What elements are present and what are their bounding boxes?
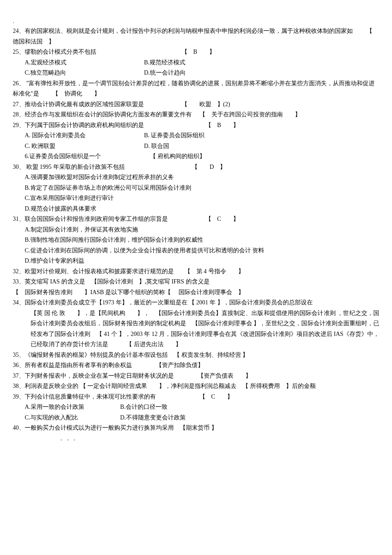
q35: 35、《编报财务报表的框架》特别提及的会计基本假设包括 【 权责发生制、持续经营… [13,350,379,361]
q30-d: D.规范会计披露的具体要求 [25,204,379,214]
q31-d: D.维护会计专家的利益 [25,256,379,266]
q29-row2: C. 欧洲联盟 D. 联合国 [25,141,379,152]
q25-c: C.独立范畴趋向 [25,68,144,78]
q29-b: B. 证券委员会国际组织 [144,130,205,141]
q32-ans: 第 4 号指令 [196,268,226,275]
q31-text: 31、联合国国际会计和报告准则政府间专家工作组的宗旨是 [13,216,168,222]
q25-text: 25、缪勒的会计模式分类不包括 [13,49,96,55]
q39-row2: C.与实现的收入配比 D.不得随意变更会计政策 [25,413,379,423]
q27-tail: (2) [223,101,230,107]
q39-row1: A.采用一致的会计政策 B.会计的口径一致 [25,402,379,413]
q27-text: 27、推动会计协调化最有成效的区域性国家联盟是 [13,101,144,107]
q25-b: B.规范经济模式 [144,58,185,68]
q25-d: D.统一会计趋向 [144,68,186,78]
q30-a: A.强调要加强欧盟对国际会计准则制定过程所承担的义务 [25,172,379,183]
q27: 27、推动会计协调化最有成效的区域性国家联盟是 【 欧盟 】(2) [13,99,379,110]
q39: 39、下列会计信息质量特征中，未体现可比性要求的有 【 C 】 [13,392,379,402]
q25-ans: B [193,49,197,55]
q29-row1: A. 国际会计准则委员会 B. 证券委员会国际组织 [25,130,379,141]
q30-ans: D [210,164,214,170]
q39-a: A.采用一致的会计政策 [25,402,120,413]
q30-b: B.肯定了在国际证券市场上市的欧洲公司可以采用国际会计准则 [25,183,379,194]
q33-p1: 33、英文缩写 IAS 的含义是 【国际会计准则 】,英文缩写 IFRS 的含义… [13,277,379,287]
q34-p1: 34、国际会计准则委员会成立于【1973 年】，最近的一次重组是在 【 2001… [13,298,379,308]
q32: 32、欧盟对计价规则、会计报表格式和披露要求进行规范的是 【 第 4 号指令 】 [13,266,379,277]
q39-text: 39、下列会计信息质量特征中，未体现可比性要求的有 [13,393,156,400]
q31-b: B.强制性地在国际间推行国际会计准则，维护国际会计准则的权威性 [25,235,379,246]
q24: 24、有的国家税法、税则就是会计规则，会计报告中列示的利润与纳税申报表中申报的利… [13,26,379,47]
q29-sub-text: 6.证券委员会国际组织是一个 [25,153,101,159]
q39-ans: C [211,393,215,400]
q31-ans: C [217,216,221,222]
q30-c: C.宣布采用国际审计准则进行审计 [25,193,379,204]
bottom-dots: . . . [61,434,379,444]
q29: 29、下列属于国际会计协调的政府机构间组织的是 【 B 】 [13,120,379,131]
q25-row2: C.独立范畴趋向 D.统一会计趋向 [25,68,379,78]
q26-ans: 协调化 [64,90,82,97]
q39-d: D.不得随意变更会计政策 [120,413,186,423]
q28: 28、经济合作与发展组织在会计的国际协调化方面发布的重要文件有 【 关于在跨国公… [13,110,379,120]
q30: 30、 欧盟 1995 年采取的新会计政策不包括 【 D 】 [13,162,379,173]
q29-d: D. 联合国 [144,141,169,152]
q29-c: C. 欧洲联盟 [25,141,144,152]
q34-p2: 【英 国 伦 敦 】，是【民间机构 】， 【国际会计准则委员会】直接制定、出版和… [31,308,379,350]
topdot: . [13,17,379,26]
q29-sub: 6.证券委员会国际组织是一个 【 府机构间的组织】 [25,151,379,162]
q33-p2: 【 国际财务报告准则 】IASB 是以下哪个组织的简称【 国际会计准则理事会 】 [13,287,379,298]
q36: 36、所有者权益是指由所有者享有的剩余权益 【资产扣除负债】 [13,360,379,371]
q39-b: B.会计的口径一致 [120,402,167,413]
q30-text: 30、 欧盟 1995 年采取的新会计政策不包括 [13,164,125,170]
q40: 40、一般购买力会计模式以为进行一般购买力进行换算均采用 【期末货币 】 [13,423,379,434]
q31-c: C.促进会计准则在国际间的协调，以便为企业会计报表的使用者提供可比和透明的会计 … [25,246,379,256]
q27-ans: 欧盟 [199,101,211,107]
q38: 38、利润表是反映企业的 【 一定会计期间经营成果 】，净利润是指利润总额减去 … [13,381,379,392]
q25-a: A.宏观经济模式 [25,58,144,68]
q29-ans: B [217,122,221,128]
q24-text: 24、有的国家税法、税则就是会计规则，会计报告中列示的利润与纳税申报表中申报的利… [13,28,353,34]
q39-c: C.与实现的收入配比 [25,413,120,423]
q29-sub-ans: 府机构间的组织 [158,153,199,159]
q28-ans: 关于在跨国公司投资的指南 [211,111,283,118]
q25: 25、缪勒的会计模式分类不包括 【 B 】 [13,47,379,58]
q24-ans: 德国和法国 [13,38,43,45]
q25-row1: A.宏观经济模式 B.规范经济模式 [25,58,379,68]
q29-text: 29、下列属于国际会计协调的政府机构间组织的是 [13,122,144,128]
q28-text: 28、经济合作与发展组织在会计的国际协调化方面发布的重要文件有 [13,111,192,118]
q26: 26、 "富有弹性和开放性，是一个调节国别会计差异的过程，随着协调化的进展，国别… [13,78,379,99]
q29-a: A. 国际会计准则委员会 [25,130,144,141]
q31-a: A.制定国际会计准则，并保证其有效地实施 [25,225,379,235]
q31: 31、联合国国际会计和报告准则政府间专家工作组的宗旨是 【 C 】 [13,214,379,225]
q32-text: 32、欧盟对计价规则、会计报表格式和披露要求进行规范的是 [13,268,174,275]
q37: 37、下列财务报表中，反映企业在某一特定日期财务状况的是 【资产负债表 】 [13,371,379,382]
